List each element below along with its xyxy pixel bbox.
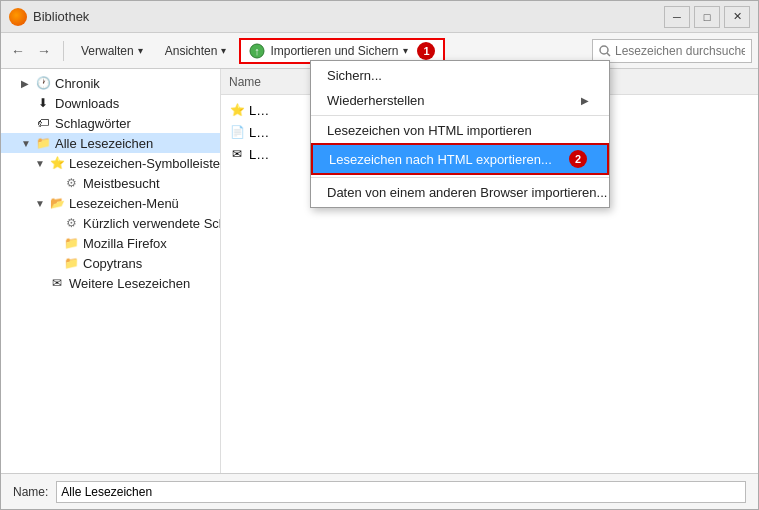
copytrans-icon: 📁	[63, 255, 79, 271]
symbolleiste-arrow: ▼	[35, 158, 49, 169]
menu-item-import-html-label: Lesezeichen von HTML importieren	[327, 123, 532, 138]
main-item-3-icon: ✉	[229, 146, 245, 162]
alle-lz-label: Alle Lesezeichen	[55, 136, 153, 151]
window-title: Bibliothek	[33, 9, 89, 24]
title-bar: Bibliothek ─ □ ✕	[1, 1, 758, 33]
mozilla-arrow	[49, 238, 63, 249]
downloads-arrow	[21, 98, 35, 109]
forward-button[interactable]: →	[33, 41, 55, 61]
symbolleiste-icon: ⭐	[49, 155, 65, 171]
menu-separator-1	[311, 115, 609, 116]
chronik-icon: 🕐	[35, 75, 51, 91]
importieren-label: Importieren und Sichern	[270, 44, 398, 58]
downloads-icon: ⬇	[35, 95, 51, 111]
dropdown-menu: Sichern... Wiederherstellen ▶ Lesezeiche…	[310, 60, 610, 208]
meistbesucht-label: Meistbesucht	[83, 176, 160, 191]
menu-item-sichern[interactable]: Sichern...	[311, 63, 609, 88]
menu-item-wiederherstellen-label: Wiederherstellen	[327, 93, 425, 108]
menu-item-import-browser[interactable]: Daten von einem anderen Browser importie…	[311, 180, 609, 205]
importieren-arrow: ▾	[403, 45, 408, 56]
menu-item-wiederherstellen[interactable]: Wiederherstellen ▶	[311, 88, 609, 113]
menue-icon: 📂	[49, 195, 65, 211]
sidebar: ▶ 🕐 Chronik ⬇ Downloads 🏷 Schlagwörter ▼…	[1, 69, 221, 473]
ansichten-arrow: ▾	[221, 45, 226, 56]
chronik-label: Chronik	[55, 76, 100, 91]
alle-lz-icon: 📁	[35, 135, 51, 151]
col-name-header: Name	[229, 75, 261, 89]
sidebar-item-meistbesucht[interactable]: ⚙ Meistbesucht	[1, 173, 220, 193]
weitere-icon: ✉	[49, 275, 65, 291]
menu-item-import-browser-label: Daten von einem anderen Browser importie…	[327, 185, 607, 200]
sidebar-item-chronik[interactable]: ▶ 🕐 Chronik	[1, 73, 220, 93]
sidebar-item-mozilla-firefox[interactable]: 📁 Mozilla Firefox	[1, 233, 220, 253]
schlagwoerter-arrow	[21, 118, 35, 129]
sidebar-item-downloads[interactable]: ⬇ Downloads	[1, 93, 220, 113]
main-item-1-icon: ⭐	[229, 102, 245, 118]
minimize-button[interactable]: ─	[664, 6, 690, 28]
weitere-label: Weitere Lesezeichen	[69, 276, 190, 291]
import-badge: 1	[417, 42, 435, 60]
sidebar-item-symbolleiste[interactable]: ▼ ⭐ Lesezeichen-Symbolleiste	[1, 153, 220, 173]
meistbesucht-arrow	[49, 178, 63, 189]
copytrans-label: Copytrans	[83, 256, 142, 271]
meistbesucht-icon: ⚙	[63, 175, 79, 191]
toolbar-separator-1	[63, 41, 64, 61]
menue-arrow: ▼	[35, 198, 49, 209]
sidebar-item-alle-lesezeichen[interactable]: ▼ 📁 Alle Lesezeichen	[1, 133, 220, 153]
sidebar-item-schlagwoerter[interactable]: 🏷 Schlagwörter	[1, 113, 220, 133]
sidebar-item-weitere[interactable]: ✉ Weitere Lesezeichen	[1, 273, 220, 293]
name-input[interactable]	[56, 481, 746, 503]
schlagwoerter-label: Schlagwörter	[55, 116, 131, 131]
svg-point-2	[600, 46, 608, 54]
import-icon: ↑	[249, 43, 265, 59]
chronik-arrow: ▶	[21, 78, 35, 89]
export-badge: 2	[569, 150, 587, 168]
svg-line-3	[607, 53, 610, 56]
menu-item-sichern-label: Sichern...	[327, 68, 382, 83]
sidebar-item-kuerzlich[interactable]: ⚙ Kürzlich verwendete Schl...	[1, 213, 220, 233]
alle-lz-arrow: ▼	[21, 138, 35, 149]
name-label: Name:	[13, 485, 48, 499]
menu-item-export-html[interactable]: Lesezeichen nach HTML exportieren... 2	[311, 143, 609, 175]
schlagwoerter-icon: 🏷	[35, 115, 51, 131]
back-button[interactable]: ←	[7, 41, 29, 61]
submenu-arrow: ▶	[581, 95, 589, 106]
maximize-button[interactable]: □	[694, 6, 720, 28]
search-icon	[599, 45, 611, 57]
copytrans-arrow	[49, 258, 63, 269]
verwalten-label: Verwalten	[81, 44, 134, 58]
search-box	[592, 39, 752, 63]
verwalten-button[interactable]: Verwalten ▾	[72, 38, 152, 64]
ansichten-label: Ansichten	[165, 44, 218, 58]
menue-label: Lesezeichen-Menü	[69, 196, 179, 211]
kuerzlich-icon: ⚙	[63, 215, 79, 231]
main-item-1-label: L…	[249, 103, 269, 118]
close-button[interactable]: ✕	[724, 6, 750, 28]
menu-item-import-html[interactable]: Lesezeichen von HTML importieren	[311, 118, 609, 143]
kuerzlich-label: Kürzlich verwendete Schl...	[83, 216, 221, 231]
menu-item-export-html-label: Lesezeichen nach HTML exportieren...	[329, 152, 552, 167]
symbolleiste-label: Lesezeichen-Symbolleiste	[69, 156, 220, 171]
weitere-arrow	[35, 278, 49, 289]
menu-separator-2	[311, 177, 609, 178]
title-bar-controls: ─ □ ✕	[664, 6, 750, 28]
title-bar-left: Bibliothek	[9, 8, 89, 26]
bottom-bar: Name:	[1, 473, 758, 509]
search-input[interactable]	[615, 44, 745, 58]
downloads-label: Downloads	[55, 96, 119, 111]
main-item-2-icon: 📄	[229, 124, 245, 140]
main-item-2-label: L…	[249, 125, 269, 140]
firefox-icon	[9, 8, 27, 26]
mozilla-icon: 📁	[63, 235, 79, 251]
ansichten-button[interactable]: Ansichten ▾	[156, 38, 236, 64]
svg-text:↑: ↑	[255, 45, 261, 57]
sidebar-item-copytrans[interactable]: 📁 Copytrans	[1, 253, 220, 273]
kuerzlich-arrow	[49, 218, 63, 229]
mozilla-label: Mozilla Firefox	[83, 236, 167, 251]
verwalten-arrow: ▾	[138, 45, 143, 56]
main-item-3-label: L…	[249, 147, 269, 162]
sidebar-item-menue[interactable]: ▼ 📂 Lesezeichen-Menü	[1, 193, 220, 213]
